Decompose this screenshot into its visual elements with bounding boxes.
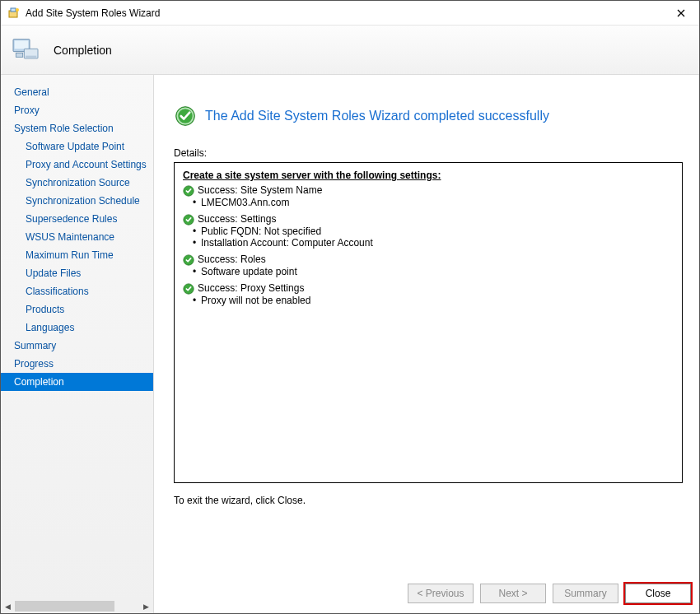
nav-item-software-update-point[interactable]: Software Update Point	[1, 137, 153, 156]
details-label: Details:	[174, 147, 683, 159]
detail-group: Success: Proxy SettingsProxy will not be…	[183, 282, 674, 306]
nav-item-products[interactable]: Products	[1, 300, 153, 319]
success-check-icon	[174, 105, 197, 128]
nav-item-languages[interactable]: Languages	[1, 319, 153, 337]
details-heading: Create a site system server with the fol…	[183, 170, 674, 181]
svg-rect-1	[11, 8, 16, 12]
svg-rect-9	[16, 53, 22, 57]
previous-button[interactable]: < Previous	[408, 584, 474, 603]
detail-group: Success: Site System NameLMECM03.Ann.com	[183, 184, 674, 208]
detail-success-line: Success: Site System Name	[183, 184, 674, 197]
detail-bullet: Software update point	[183, 266, 674, 277]
close-button[interactable]: Close	[625, 584, 691, 603]
detail-success-title: Success: Roles	[198, 254, 266, 265]
detail-bullet: Proxy will not be enabled	[183, 295, 674, 306]
exit-hint: To exit the wizard, click Close.	[174, 495, 683, 506]
nav-item-proxy[interactable]: Proxy	[1, 101, 153, 119]
success-message: The Add Site System Roles Wizard complet…	[205, 109, 549, 123]
nav-item-completion[interactable]: Completion	[1, 373, 153, 391]
detail-success-line: Success: Settings	[183, 213, 674, 226]
wizard-header: Completion	[1, 26, 699, 75]
scroll-track[interactable]	[15, 599, 139, 613]
wizard-nav-sidebar: GeneralProxySystem Role SelectionSoftwar…	[1, 75, 154, 613]
nav-item-system-role-selection[interactable]: System Role Selection	[1, 119, 153, 137]
window-title: Add Site System Roles Wizard	[26, 7, 663, 19]
svg-rect-6	[15, 40, 29, 49]
window-close-button[interactable]	[663, 1, 699, 26]
detail-group: Success: SettingsPublic FQDN: Not specif…	[183, 213, 674, 249]
computer-icon	[9, 34, 42, 67]
svg-point-2	[16, 8, 19, 12]
nav-item-progress[interactable]: Progress	[1, 355, 153, 373]
nav-item-classifications[interactable]: Classifications	[1, 282, 153, 300]
nav-item-proxy-and-account-settings[interactable]: Proxy and Account Settings	[1, 156, 153, 174]
wizard-button-bar: < Previous Next > Summary Close	[154, 574, 699, 613]
check-icon	[183, 283, 194, 295]
summary-button[interactable]: Summary	[553, 584, 618, 603]
titlebar: Add Site System Roles Wizard	[1, 1, 699, 26]
next-button[interactable]: Next >	[480, 584, 546, 603]
detail-bullet: Public FQDN: Not specified	[183, 226, 674, 237]
scroll-left-icon[interactable]: ◀	[1, 599, 15, 613]
check-icon	[183, 214, 194, 226]
sidebar-horizontal-scrollbar[interactable]: ◀ ▶	[1, 599, 153, 613]
nav-item-wsus-maintenance[interactable]: WSUS Maintenance	[1, 228, 153, 246]
scroll-thumb[interactable]	[15, 601, 114, 612]
wizard-main-panel: The Add Site System Roles Wizard complet…	[154, 75, 699, 613]
detail-success-title: Success: Site System Name	[198, 184, 322, 196]
step-title: Completion	[54, 44, 112, 57]
detail-bullet: Installation Account: Computer Account	[183, 237, 674, 249]
svg-rect-8	[26, 55, 36, 58]
check-icon	[183, 185, 194, 197]
detail-success-title: Success: Settings	[198, 213, 276, 225]
detail-group: Success: RolesSoftware update point	[183, 254, 674, 277]
nav-item-synchronization-source[interactable]: Synchronization Source	[1, 174, 153, 192]
check-icon	[183, 254, 194, 266]
detail-success-line: Success: Roles	[183, 254, 674, 266]
nav-item-supersedence-rules[interactable]: Supersedence Rules	[1, 210, 153, 228]
wizard-icon	[7, 7, 21, 20]
detail-success-line: Success: Proxy Settings	[183, 282, 674, 295]
scroll-right-icon[interactable]: ▶	[139, 599, 153, 613]
nav-item-general[interactable]: General	[1, 83, 153, 101]
detail-bullet: LMECM03.Ann.com	[183, 197, 674, 208]
nav-item-synchronization-schedule[interactable]: Synchronization Schedule	[1, 192, 153, 210]
nav-item-update-files[interactable]: Update Files	[1, 264, 153, 282]
detail-success-title: Success: Proxy Settings	[198, 282, 304, 294]
nav-item-maximum-run-time[interactable]: Maximum Run Time	[1, 246, 153, 264]
details-box: Create a site system server with the fol…	[174, 162, 683, 483]
nav-item-summary[interactable]: Summary	[1, 337, 153, 355]
